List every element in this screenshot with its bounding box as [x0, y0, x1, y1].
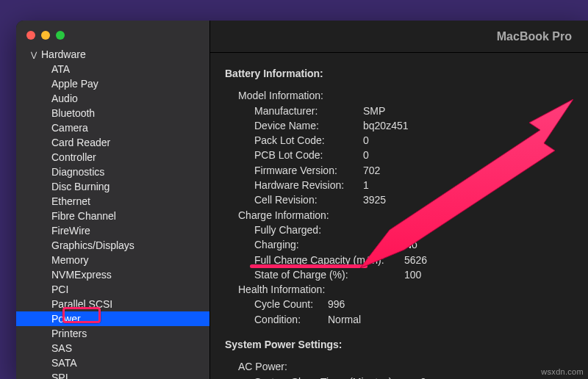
row-pcb-lot: PCB Lot Code:0 [225, 148, 573, 162]
sidebar-item-firewire[interactable]: FireWire [16, 223, 209, 238]
sidebar-item-diagnostics[interactable]: Diagnostics [16, 165, 209, 179]
value: 702 [363, 163, 380, 178]
row-system-sleep-timer: System Sleep Timer (Minutes):0 [225, 375, 573, 379]
row-fully-charged: Fully Charged:Yes [225, 223, 573, 237]
sidebar-item-pci[interactable]: PCI [16, 282, 209, 297]
label: Cycle Count: [254, 297, 328, 311]
sidebar-item-spi[interactable]: SPI [16, 370, 209, 379]
row-state-of-charge: State of Charge (%):100 [225, 267, 573, 282]
tree-group-hardware[interactable]: ⋁ Hardware [16, 47, 209, 62]
value: bq20z451 [363, 118, 409, 133]
row-cell-revision: Cell Revision:3925 [225, 192, 573, 207]
system-info-window: ⋁ Hardware ATAApple PayAudioBluetoothCam… [16, 21, 588, 379]
chevron-down-icon: ⋁ [31, 51, 38, 59]
watermark: wsxdn.com [541, 367, 584, 376]
content-pane: MacBook Pro Battery Information: Model I… [210, 21, 588, 379]
sidebar-item-memory[interactable]: Memory [16, 253, 209, 267]
row-device-name: Device Name:bq20z451 [225, 118, 573, 133]
sidebar-item-graphics-displays[interactable]: Graphics/Displays [16, 238, 209, 253]
report-body: Battery Information: Model Information: … [210, 53, 588, 379]
value: Yes [404, 223, 421, 237]
row-pack-lot: Pack Lot Code:0 [225, 133, 573, 148]
sidebar-item-camera[interactable]: Camera [16, 120, 209, 135]
sidebar-item-bluetooth[interactable]: Bluetooth [16, 106, 209, 120]
value: Normal [328, 312, 361, 327]
sidebar-item-parallel-scsi[interactable]: Parallel SCSI [16, 297, 209, 311]
label: Fully Charged: [254, 223, 404, 237]
row-charging: Charging:No [225, 237, 573, 252]
sidebar-item-apple-pay[interactable]: Apple Pay [16, 76, 209, 91]
row-condition: Condition:Normal [225, 312, 573, 327]
sidebar-item-fibre-channel[interactable]: Fibre Channel [16, 209, 209, 223]
row-cycle-count: Cycle Count:996 [225, 297, 573, 311]
value: 1 [363, 178, 369, 192]
sidebar-item-disc-burning[interactable]: Disc Burning [16, 179, 209, 194]
value: 5626 [404, 253, 427, 267]
value: 0 [363, 133, 369, 148]
section-battery-info: Battery Information: [225, 66, 573, 81]
titlebar: MacBook Pro [210, 21, 588, 53]
sidebar: ⋁ Hardware ATAApple PayAudioBluetoothCam… [16, 21, 210, 379]
tree-group-label: Hardware [41, 48, 86, 60]
row-full-charge-capacity: Full Charge Capacity (mAh):5626 [225, 253, 573, 267]
label: Charging: [254, 237, 404, 252]
charge-information: Charge Information: [225, 208, 573, 223]
value: SMP [363, 104, 385, 118]
sidebar-item-ethernet[interactable]: Ethernet [16, 194, 209, 209]
label: PCB Lot Code: [254, 148, 363, 162]
label: Manufacturer: [254, 104, 363, 118]
label: Full Charge Capacity (mAh): [254, 253, 404, 267]
sidebar-item-card-reader[interactable]: Card Reader [16, 135, 209, 150]
ac-power: AC Power: [225, 359, 573, 374]
value: 100 [404, 267, 421, 282]
window-controls [16, 21, 209, 46]
label: Pack Lot Code: [254, 133, 363, 148]
section-system-power-settings: System Power Settings: [225, 337, 573, 352]
value: 0 [363, 148, 369, 162]
value: 0 [420, 375, 426, 379]
window-title: MacBook Pro [497, 30, 572, 43]
label: Hardware Revision: [254, 178, 363, 192]
close-icon[interactable] [26, 31, 35, 40]
value: No [404, 237, 417, 252]
label: System Sleep Timer (Minutes): [254, 375, 420, 379]
sidebar-item-controller[interactable]: Controller [16, 150, 209, 165]
sidebar-item-ata[interactable]: ATA [16, 62, 209, 76]
minimize-icon[interactable] [41, 31, 50, 40]
hardware-tree: ⋁ Hardware ATAApple PayAudioBluetoothCam… [16, 46, 209, 379]
row-hardware-revision: Hardware Revision:1 [225, 178, 573, 192]
value: 3925 [363, 192, 386, 207]
row-manufacturer: Manufacturer:SMP [225, 104, 573, 118]
value: 996 [328, 297, 345, 311]
maximize-icon[interactable] [56, 31, 65, 40]
row-firmware-version: Firmware Version:702 [225, 163, 573, 178]
label: Cell Revision: [254, 192, 363, 207]
sidebar-item-sata[interactable]: SATA [16, 355, 209, 370]
sidebar-item-nvmexpress[interactable]: NVMExpress [16, 267, 209, 282]
label: Device Name: [254, 118, 363, 133]
label: Firmware Version: [254, 163, 363, 178]
health-information: Health Information: [225, 282, 573, 297]
label: State of Charge (%): [254, 267, 404, 282]
sidebar-item-power[interactable]: Power [16, 311, 209, 326]
label: Condition: [254, 312, 328, 327]
sidebar-item-sas[interactable]: SAS [16, 341, 209, 355]
sidebar-item-printers[interactable]: Printers [16, 326, 209, 341]
model-information: Model Information: [225, 88, 573, 103]
sidebar-item-audio[interactable]: Audio [16, 91, 209, 106]
